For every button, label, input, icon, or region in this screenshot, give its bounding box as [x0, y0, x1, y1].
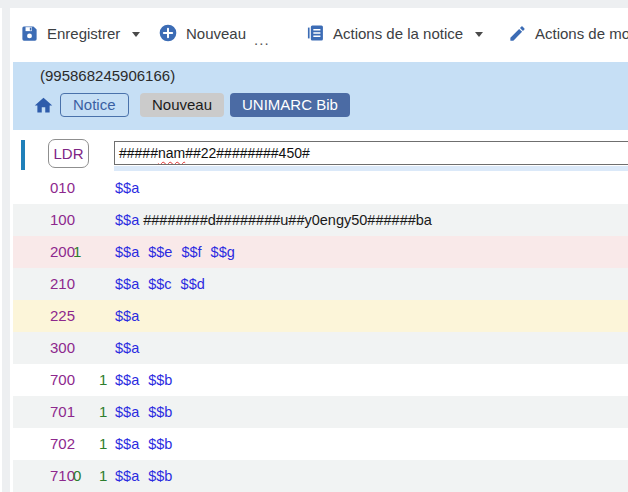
record-header-panel: (995868245906166) Notice Nouveau UNIMARC… — [13, 62, 628, 130]
save-button[interactable]: Enregistrer — [20, 8, 140, 58]
field-row[interactable]: 71001$$a$$b — [13, 460, 628, 492]
edit-actions-button[interactable]: Actions de mo — [508, 8, 628, 58]
field-row[interactable]: 2001$$a$$e$$f$$g — [13, 236, 628, 268]
subfield-code[interactable]: $$g — [211, 244, 235, 260]
field-row[interactable]: 7001$$a$$b — [13, 364, 628, 396]
field-tag[interactable]: 225 — [50, 300, 75, 332]
ldr-input[interactable]: #####nam##22########450# — [114, 141, 628, 165]
new-button[interactable]: Nouveau ... — [158, 8, 270, 58]
subfield-code[interactable]: $$b — [148, 404, 172, 420]
left-gutter — [2, 8, 10, 492]
floppy-disk-icon — [20, 24, 39, 43]
field-row[interactable]: 7021$$a$$b — [13, 428, 628, 460]
field-tag[interactable]: 300 — [50, 332, 75, 364]
ldr-row[interactable]: LDR #####nam##22########450# — [13, 138, 628, 172]
document-list-icon — [305, 23, 325, 43]
indicator2[interactable]: 1 — [99, 364, 107, 396]
subfields-area[interactable]: $$a — [115, 300, 148, 332]
field-row[interactable]: 010$$a — [13, 172, 628, 204]
subfields-area[interactable]: $$a — [115, 332, 148, 364]
field-tag[interactable]: 702 — [50, 428, 75, 460]
subfield-code[interactable]: $$a — [115, 244, 139, 260]
subfield-code[interactable]: $$f — [181, 244, 201, 260]
subfields-area[interactable]: $$a$$b — [115, 396, 181, 428]
record-actions-label: Actions de la notice — [333, 25, 463, 42]
field-tag[interactable]: 210 — [50, 268, 75, 300]
subfield-code[interactable]: $$c — [148, 276, 171, 292]
pencil-icon — [508, 24, 527, 43]
indicator2[interactable]: 1 — [99, 428, 107, 460]
home-icon[interactable] — [33, 95, 54, 120]
more-dots[interactable]: ... — [254, 31, 270, 48]
subfield-code[interactable]: $$a — [115, 372, 139, 388]
top-gutter — [0, 0, 628, 8]
subfield-code[interactable]: $$e — [148, 244, 172, 260]
save-label: Enregistrer — [47, 25, 120, 42]
field-rows: 010$$a100$$a########d########u##y0engy50… — [13, 172, 628, 492]
subfield-code[interactable]: $$b — [148, 372, 172, 388]
subfield-code[interactable]: $$d — [181, 276, 205, 292]
subfields-area[interactable]: $$a$$c$$d — [115, 268, 214, 300]
subfield-code[interactable]: $$b — [148, 468, 172, 484]
subfields-area[interactable]: $$a — [115, 172, 148, 204]
field-row[interactable]: 100$$a########d########u##y0engy50######… — [13, 204, 628, 236]
subfields-area[interactable]: $$a$$b — [115, 428, 181, 460]
indicator2[interactable]: 1 — [99, 396, 107, 428]
field-row[interactable]: 300$$a — [13, 332, 628, 364]
field-tag[interactable]: 200 — [50, 236, 75, 268]
metadata-editor-screen: Enregistrer Nouveau ... Actions de la no… — [0, 0, 628, 492]
format-badge: UNIMARC Bib — [230, 93, 350, 117]
caret-down-icon — [475, 32, 483, 37]
record-id: (995868245906166) — [40, 67, 175, 84]
field-tag[interactable]: 710 — [50, 460, 75, 492]
field-row[interactable]: 7011$$a$$b — [13, 396, 628, 428]
subfield-code[interactable]: $$b — [148, 436, 172, 452]
field-tag[interactable]: 010 — [50, 172, 75, 204]
subfields-area[interactable]: $$a$$b — [115, 460, 181, 492]
subfields-area[interactable]: $$a########d########u##y0engy50######ba — [115, 204, 441, 236]
field-row[interactable]: 225$$a — [13, 300, 628, 332]
subfield-code[interactable]: $$a — [115, 404, 139, 420]
subfield-code[interactable]: $$a — [115, 212, 139, 228]
subfield-code[interactable]: $$a — [115, 308, 139, 324]
subfield-value[interactable]: ########d########u##y0engy50######ba — [143, 212, 432, 228]
field-tag[interactable]: 700 — [50, 364, 75, 396]
indicator2[interactable]: 1 — [99, 460, 107, 492]
field-tag[interactable]: 701 — [50, 396, 75, 428]
record-actions-button[interactable]: Actions de la notice — [305, 8, 483, 58]
subfields-area[interactable]: $$a$$e$$f$$g — [115, 236, 244, 268]
selection-bar — [21, 140, 25, 170]
nouveau-tab[interactable]: Nouveau — [140, 93, 224, 117]
subfield-code[interactable]: $$a — [115, 276, 139, 292]
subfield-code[interactable]: $$a — [115, 436, 139, 452]
misspelled-text: nam — [158, 145, 185, 161]
field-tag[interactable]: 100 — [50, 204, 75, 236]
notice-button[interactable]: Notice — [60, 93, 129, 117]
new-label: Nouveau — [186, 25, 246, 42]
plus-circle-icon — [158, 23, 178, 43]
indicator1[interactable]: 0 — [73, 460, 81, 492]
subfield-code[interactable]: $$a — [115, 340, 139, 356]
ldr-tag-box[interactable]: LDR — [48, 139, 89, 168]
subfields-area[interactable]: $$a$$b — [115, 364, 181, 396]
subfield-code[interactable]: $$a — [115, 468, 139, 484]
edit-actions-label: Actions de mo — [535, 25, 628, 42]
indicator1[interactable]: 1 — [73, 236, 81, 268]
subfield-code[interactable]: $$a — [115, 180, 139, 196]
caret-down-icon — [132, 32, 140, 37]
field-row[interactable]: 210$$a$$c$$d — [13, 268, 628, 300]
input-focus-glow — [114, 166, 628, 171]
